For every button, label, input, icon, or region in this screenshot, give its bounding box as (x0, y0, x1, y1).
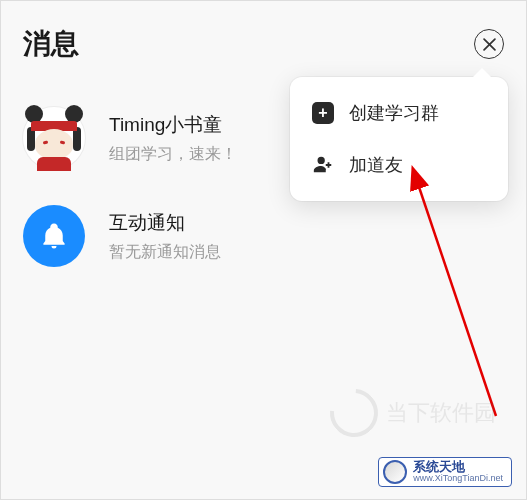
watermark-footer: 系统天地 www.XiTongTianDi.net (378, 457, 512, 487)
item-subtitle: 组团学习，速来！ (109, 144, 237, 165)
avatar-shutong (23, 107, 85, 169)
page-title: 消息 (23, 25, 79, 63)
menu-label: 创建学习群 (349, 101, 439, 125)
close-icon (483, 38, 496, 51)
avatar-bell (23, 205, 85, 267)
header: 消息 (1, 1, 526, 77)
bell-icon (39, 221, 69, 251)
item-subtitle: 暂无新通知消息 (109, 242, 221, 263)
menu-item-create-group[interactable]: + 创建学习群 (290, 87, 508, 139)
item-title: Timing小书童 (109, 112, 237, 138)
plus-square-icon: + (312, 102, 334, 124)
item-title: 互动通知 (109, 210, 221, 236)
menu-label: 加道友 (349, 153, 403, 177)
dropdown-menu: + 创建学习群 加道友 (290, 77, 508, 201)
watermark-footer-main: 系统天地 (413, 460, 503, 474)
add-friend-icon (312, 154, 334, 176)
watermark-brand: 当下软件园 (330, 389, 496, 437)
menu-item-add-friend[interactable]: 加道友 (290, 139, 508, 191)
close-button[interactable] (474, 29, 504, 59)
watermark-icon (383, 460, 407, 484)
watermark-footer-sub: www.XiTongTianDi.net (413, 474, 503, 484)
list-item-notifications[interactable]: 互动通知 暂无新通知消息 (23, 187, 504, 285)
